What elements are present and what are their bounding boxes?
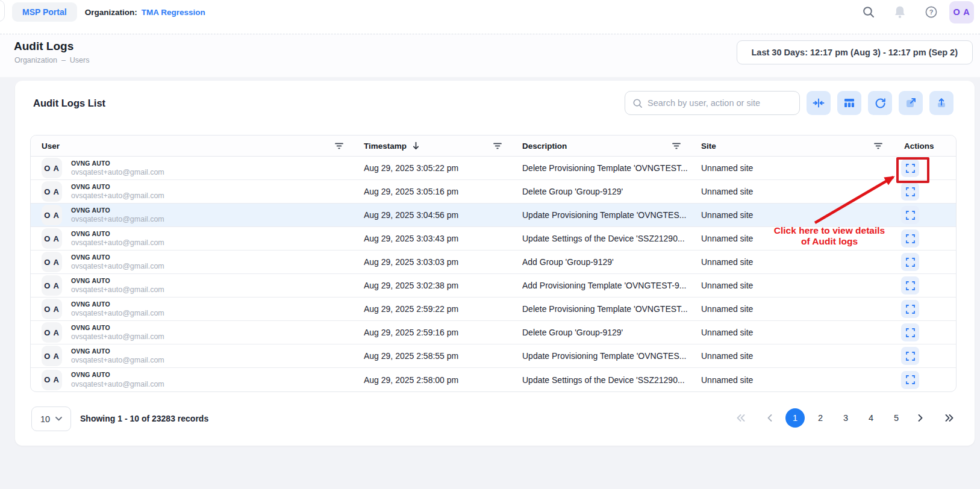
user-name: OVNG AUTO	[71, 254, 164, 261]
expand-details-icon[interactable]	[901, 347, 919, 365]
user-email: ovsqatest+auto@gmail.com	[71, 263, 164, 270]
table-row[interactable]: O A OVNG AUTO ovsqatest+auto@gmail.com A…	[31, 321, 956, 344]
notifications-bell-icon[interactable]	[893, 5, 907, 19]
cell-description: Update Provisioning Template 'OVNGTES...	[510, 344, 689, 367]
annotation-text: Click here to view details of Audit logs	[760, 225, 899, 247]
user-name: OVNG AUTO	[71, 231, 164, 237]
expand-details-icon[interactable]	[901, 182, 919, 201]
cell-user: O A OVNG AUTO ovsqatest+auto@gmail.com	[31, 204, 352, 226]
filter-icon-site[interactable]	[874, 143, 882, 149]
annotation-arrow	[807, 169, 904, 229]
breadcrumb-organization[interactable]: Organization	[14, 56, 57, 64]
cell-site: Unnamed site	[689, 321, 891, 344]
expand-details-icon[interactable]	[901, 371, 919, 389]
cell-site: Unnamed site	[689, 344, 891, 367]
user-email: ovsqatest+auto@gmail.com	[71, 381, 164, 388]
last-page-button[interactable]	[941, 408, 958, 428]
open-export-button[interactable]	[899, 91, 923, 115]
page-numbers: 12345	[779, 408, 906, 428]
cell-timestamp: Aug 29, 2025 3:02:38 pm	[352, 274, 510, 297]
user-email: ovsqatest+auto@gmail.com	[71, 192, 164, 200]
prev-page-button[interactable]	[761, 408, 778, 428]
user-avatar-initials: O A	[42, 205, 62, 225]
sidebar-edge-stub[interactable]	[0, 0, 5, 22]
cell-description: Update Settings of the Device 'SSZ21290.…	[510, 368, 689, 391]
expand-details-icon[interactable]	[901, 323, 919, 341]
column-header-site[interactable]: Site	[689, 135, 891, 156]
cell-description: Update Provisioning Template 'OVNGTES...	[510, 204, 689, 226]
first-page-button[interactable]	[732, 408, 749, 428]
page-number-button[interactable]: 5	[887, 408, 906, 428]
columns-settings-button[interactable]	[837, 91, 861, 115]
cell-timestamp: Aug 29, 2025 2:59:16 pm	[352, 321, 510, 344]
table-row[interactable]: O A OVNG AUTO ovsqatest+auto@gmail.com A…	[31, 297, 956, 321]
upload-button[interactable]	[929, 91, 953, 115]
cell-description: Add Group 'Group-9129'	[510, 251, 689, 273]
filter-icon-description[interactable]	[672, 143, 681, 149]
column-header-user[interactable]: User	[31, 135, 352, 156]
table-row[interactable]: O A OVNG AUTO ovsqatest+auto@gmail.com A…	[31, 251, 956, 274]
search-input[interactable]	[648, 98, 792, 108]
user-email: ovsqatest+auto@gmail.com	[71, 239, 164, 247]
next-page-button[interactable]	[912, 408, 929, 428]
search-box[interactable]	[625, 91, 800, 115]
cell-actions	[891, 274, 956, 297]
page-number-button[interactable]: 4	[861, 408, 881, 428]
msp-portal-button[interactable]: MSP Portal	[12, 2, 77, 22]
page-number-button[interactable]: 2	[811, 408, 830, 428]
cell-description: Delete Provisioning Template 'OVNGTEST..…	[510, 157, 689, 179]
search-input-icon	[632, 98, 643, 108]
cell-user: O A OVNG AUTO ovsqatest+auto@gmail.com	[31, 227, 352, 250]
user-name: OVNG AUTO	[71, 325, 164, 331]
column-header-description[interactable]: Description	[510, 135, 689, 156]
user-email: ovsqatest+auto@gmail.com	[71, 169, 164, 176]
cell-site: Unnamed site	[689, 251, 891, 273]
expand-details-icon[interactable]	[901, 206, 919, 224]
filter-icon-user[interactable]	[335, 143, 343, 149]
user-avatar-initials: O A	[42, 181, 62, 202]
user-avatar-initials: O A	[42, 275, 62, 296]
cell-user: O A OVNG AUTO ovsqatest+auto@gmail.com	[31, 368, 352, 391]
breadcrumb-users[interactable]: Users	[70, 56, 90, 64]
cell-user: O A OVNG AUTO ovsqatest+auto@gmail.com	[31, 180, 352, 203]
user-avatar[interactable]: O A	[949, 1, 974, 23]
sort-descending-icon[interactable]	[412, 142, 420, 150]
expand-details-icon[interactable]	[901, 253, 919, 271]
cell-user: O A OVNG AUTO ovsqatest+auto@gmail.com	[31, 251, 352, 273]
date-range-picker[interactable]: Last 30 Days: 12:17 pm (Aug 3) - 12:17 p…	[737, 40, 973, 64]
search-icon[interactable]	[861, 5, 876, 19]
cell-description: Delete Group 'Group-9129'	[510, 321, 689, 344]
table-row[interactable]: O A OVNG AUTO ovsqatest+auto@gmail.com A…	[31, 368, 956, 391]
cell-site: Unnamed site	[689, 368, 891, 391]
user-name: OVNG AUTO	[71, 278, 164, 284]
chevron-down-icon	[55, 417, 62, 421]
page-number-button[interactable]: 1	[785, 408, 805, 428]
cell-user: O A OVNG AUTO ovsqatest+auto@gmail.com	[31, 344, 352, 367]
collapse-columns-button[interactable]	[807, 91, 831, 115]
cell-actions	[891, 368, 956, 391]
breadcrumb: Organization – Users	[14, 56, 89, 64]
expand-details-icon[interactable]	[901, 276, 919, 294]
cell-timestamp: Aug 29, 2025 3:04:56 pm	[352, 204, 510, 226]
organization-value-link[interactable]: TMA Regression	[142, 8, 205, 17]
table-header-row: User Timestamp Description	[31, 135, 956, 157]
user-email: ovsqatest+auto@gmail.com	[71, 286, 164, 294]
cell-site: Unnamed site	[689, 297, 891, 320]
filter-icon-timestamp[interactable]	[493, 143, 502, 149]
user-avatar-initials: O A	[42, 252, 62, 272]
page-number-button[interactable]: 3	[836, 408, 855, 428]
cell-actions	[891, 297, 956, 320]
help-icon[interactable]: ?	[924, 5, 938, 19]
table-row[interactable]: O A OVNG AUTO ovsqatest+auto@gmail.com A…	[31, 344, 956, 368]
expand-details-icon[interactable]	[901, 229, 919, 248]
card-title: Audit Logs List	[33, 98, 105, 109]
column-header-timestamp[interactable]: Timestamp	[352, 135, 510, 156]
page-size-select[interactable]: 10	[31, 406, 71, 431]
cell-description: Update Settings of the Device 'SSZ21290.…	[510, 227, 689, 250]
user-name: OVNG AUTO	[71, 301, 164, 308]
table-row[interactable]: O A OVNG AUTO ovsqatest+auto@gmail.com A…	[31, 274, 956, 297]
user-name: OVNG AUTO	[71, 160, 164, 167]
expand-details-icon[interactable]	[901, 300, 919, 318]
refresh-button[interactable]	[868, 91, 892, 115]
breadcrumb-separator: –	[61, 56, 66, 64]
